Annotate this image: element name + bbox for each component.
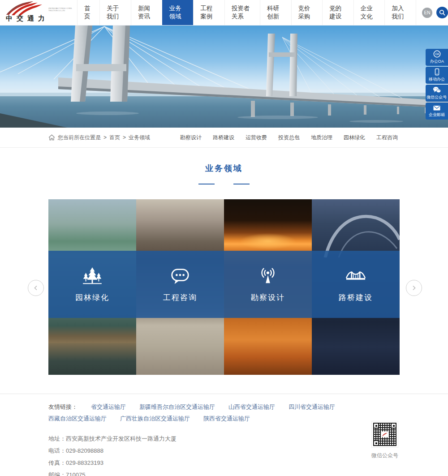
mobile-icon bbox=[433, 68, 441, 76]
subnav-investment-epc[interactable]: 投资总包 bbox=[278, 134, 300, 142]
main-navigation: 首页 关于我们 新闻资讯 业务领域 工程案例 投资者关系 科研创新 竞价采购 党… bbox=[77, 0, 416, 25]
quicklink-label: 企业邮箱 bbox=[429, 112, 445, 117]
chevron-left-icon bbox=[33, 285, 39, 291]
card-landscaping[interactable]: 园林绿化 bbox=[48, 251, 136, 318]
breadcrumb-home-link[interactable]: 首页 bbox=[109, 134, 120, 142]
hero-banner: OA 办公OA 移动办公 微信公众号 bbox=[0, 26, 448, 128]
mail-icon bbox=[433, 105, 441, 111]
svg-text:OA: OA bbox=[435, 52, 439, 56]
breadcrumb-prefix: 您当前所在位置是 bbox=[58, 134, 101, 142]
nav-utility: EN bbox=[422, 0, 448, 25]
company-fax: 传真：029-88323193 bbox=[48, 457, 400, 469]
nav-item-research[interactable]: 科研创新 bbox=[260, 0, 291, 25]
footer-link[interactable]: 省交通运输厅 bbox=[91, 403, 126, 411]
subnav-survey-design[interactable]: 勘察设计 bbox=[180, 134, 202, 142]
subnav-landscaping[interactable]: 园林绿化 bbox=[344, 134, 365, 142]
chat-icon bbox=[170, 266, 190, 287]
business-subnav: 勘察设计 路桥建设 运营收费 投资总包 地质治理 园林绿化 工程咨询 bbox=[180, 134, 398, 142]
quicklink-office-oa[interactable]: OA 办公OA bbox=[426, 49, 448, 66]
card-label: 勘察设计 bbox=[251, 292, 285, 303]
wechat-icon bbox=[433, 86, 441, 94]
language-toggle-button[interactable]: EN bbox=[422, 8, 432, 18]
nav-item-home[interactable]: 首页 bbox=[77, 0, 99, 25]
contact-info: 地址：西安高新技术产业开发区科技一路通力大厦 电话：029-82098888 传… bbox=[48, 433, 400, 476]
breadcrumb-separator: > bbox=[123, 134, 126, 141]
footer-link[interactable]: 山西省交通运输厅 bbox=[228, 403, 275, 411]
card-bridge[interactable]: 路桥建设 bbox=[312, 251, 400, 318]
card-label: 工程咨询 bbox=[163, 292, 197, 303]
footer-link[interactable]: 四川省交通运输厅 bbox=[289, 403, 335, 411]
quicklink-label: 移动办公 bbox=[429, 77, 445, 82]
nav-item-join[interactable]: 加入我们 bbox=[384, 0, 416, 25]
wechat-qr-block: 微信公众号 bbox=[368, 421, 401, 459]
friendly-links-label: 友情链接： bbox=[48, 403, 78, 411]
search-icon bbox=[439, 9, 445, 16]
company-address: 地址：西安高新技术产业开发区科技一路通力大厦 bbox=[48, 433, 400, 445]
nav-item-bidding[interactable]: 竞价采购 bbox=[291, 0, 323, 25]
company-zipcode: 邮编：710075 bbox=[48, 469, 400, 476]
company-phone: 电话：029-82098888 bbox=[48, 445, 400, 457]
search-button[interactable] bbox=[436, 7, 448, 18]
bridge-icon bbox=[345, 266, 366, 287]
nav-item-investor[interactable]: 投资者关系 bbox=[224, 0, 260, 25]
nav-item-about[interactable]: 关于我们 bbox=[99, 0, 131, 25]
top-navigation-bar: ZHONGJIAO TONGLI CONS- TRUCTION CO.,LTD … bbox=[0, 0, 448, 26]
trees-icon bbox=[82, 266, 103, 287]
company-logo[interactable]: ZHONGJIAO TONGLI CONS- TRUCTION CO.,LTD … bbox=[0, 0, 77, 25]
footer-link[interactable]: 新疆维吾尔自治区交通运输厅 bbox=[139, 403, 215, 411]
nav-item-news[interactable]: 新闻资讯 bbox=[131, 0, 162, 25]
breadcrumb-bar: 您当前所在位置是 > 首页 > 业务领域 勘察设计 路桥建设 运营收费 投资总包… bbox=[0, 128, 448, 148]
quicklink-mobile-office[interactable]: 移动办公 bbox=[426, 67, 448, 84]
logo-subtext: ZHONGJIAO TONGLI CONS- TRUCTION CO.,LTD bbox=[48, 7, 77, 12]
card-label: 园林绿化 bbox=[75, 292, 109, 303]
quicklink-email[interactable]: 企业邮箱 bbox=[426, 103, 448, 120]
footer: 友情链接： 省交通运输厅 新疆维吾尔自治区交通运输厅 山西省交通运输厅 四川省交… bbox=[0, 394, 448, 476]
nav-item-culture[interactable]: 企业文化 bbox=[353, 0, 385, 25]
oa-icon: OA bbox=[433, 50, 441, 58]
qr-center-logo bbox=[381, 432, 389, 437]
breadcrumb: 您当前所在位置是 > 首页 > 业务领域 bbox=[48, 134, 150, 142]
qr-caption: 微信公众号 bbox=[368, 452, 401, 459]
bridge-photo bbox=[0, 26, 448, 128]
bridge-arch-decoration bbox=[312, 199, 400, 257]
quicklink-label: 微信公众号 bbox=[426, 94, 447, 100]
page-title: 业务领域 bbox=[0, 163, 448, 174]
breadcrumb-current-link[interactable]: 业务领域 bbox=[129, 134, 150, 142]
chevron-right-icon bbox=[411, 285, 417, 291]
quicklink-label: 办公OA bbox=[430, 59, 444, 64]
wechat-qr-code bbox=[371, 421, 398, 448]
home-icon bbox=[48, 134, 55, 141]
nav-item-business[interactable]: 业务领域 bbox=[162, 0, 194, 25]
carousel-next-button[interactable] bbox=[406, 280, 422, 296]
carousel-prev-button[interactable] bbox=[28, 280, 44, 296]
card-label: 路桥建设 bbox=[339, 292, 373, 303]
signal-icon bbox=[258, 266, 278, 287]
friendly-links-row: 友情链接： 省交通运输厅 新疆维吾尔自治区交通运输厅 山西省交通运输厅 四川省交… bbox=[48, 403, 400, 423]
floating-quick-links: OA 办公OA 移动办公 微信公众号 bbox=[426, 49, 448, 120]
title-underline-decoration bbox=[0, 180, 448, 188]
subnav-consulting[interactable]: 工程咨询 bbox=[376, 134, 398, 142]
nav-item-party[interactable]: 党的建设 bbox=[322, 0, 353, 25]
card-consulting[interactable]: 工程咨询 bbox=[136, 251, 224, 318]
subnav-geology[interactable]: 地质治理 bbox=[311, 134, 332, 142]
nav-item-projects[interactable]: 工程案例 bbox=[193, 0, 224, 25]
breadcrumb-separator: > bbox=[103, 134, 107, 141]
subnav-operation-toll[interactable]: 运营收费 bbox=[246, 134, 267, 142]
main-content: 业务领域 bbox=[0, 148, 448, 375]
card-survey[interactable]: 勘察设计 bbox=[224, 251, 312, 318]
card-overlay-band: 园林绿化 工程咨询 勘察设计 bbox=[48, 251, 400, 318]
footer-link[interactable]: 西藏自治区交通运输厅 bbox=[48, 415, 107, 423]
logo-swoosh-icon bbox=[5, 1, 48, 16]
logo-company-name: 中交通力 bbox=[6, 14, 49, 23]
footer-link[interactable]: 陕西省交通运输厅 bbox=[203, 415, 250, 423]
business-carousel: 园林绿化 工程咨询 勘察设计 bbox=[0, 199, 448, 375]
footer-link[interactable]: 广西壮族自治区交通运输厅 bbox=[120, 415, 190, 423]
subnav-road-bridge[interactable]: 路桥建设 bbox=[213, 134, 234, 142]
quicklink-wechat[interactable]: 微信公众号 bbox=[426, 85, 448, 102]
